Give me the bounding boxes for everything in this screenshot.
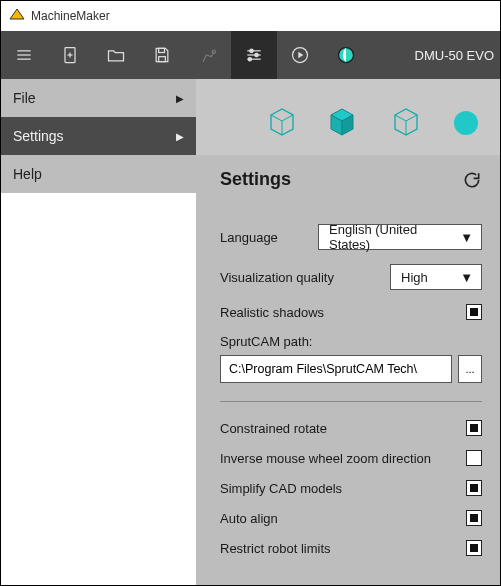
caret-down-icon: ▼ [460, 270, 473, 285]
browse-button[interactable]: ... [458, 355, 482, 383]
robot-button[interactable] [185, 31, 231, 79]
language-label: Language [220, 230, 278, 245]
vis-quality-value: High [401, 270, 428, 285]
language-select[interactable]: English (United States) ▼ [318, 224, 482, 250]
sprutcam-path-label: SprutCAM path: [220, 334, 482, 349]
svg-point-13 [255, 53, 258, 56]
open-folder-button[interactable] [93, 31, 139, 79]
hamburger-menu-button[interactable] [1, 31, 47, 79]
auto-align-label: Auto align [220, 511, 278, 526]
auto-align-checkbox[interactable] [466, 510, 482, 526]
svg-point-26 [454, 111, 478, 135]
realistic-shadows-checkbox[interactable] [466, 304, 482, 320]
menu-item-label: File [13, 90, 36, 106]
main-menu-dropdown: File ▶ Settings ▶ Help [1, 79, 196, 193]
realistic-shadows-label: Realistic shadows [220, 305, 324, 320]
inverse-wheel-checkbox[interactable] [466, 450, 482, 466]
primitive-cube-icon [265, 103, 299, 137]
restrict-robot-checkbox[interactable] [466, 540, 482, 556]
submenu-arrow-icon: ▶ [176, 93, 184, 104]
new-file-button[interactable] [47, 31, 93, 79]
menu-item-label: Help [13, 166, 42, 182]
svg-point-15 [248, 58, 251, 61]
svg-point-11 [250, 49, 253, 52]
vis-quality-label: Visualization quality [220, 270, 334, 285]
language-value: English (United States) [329, 222, 450, 252]
vis-quality-select[interactable]: High ▼ [390, 264, 482, 290]
menu-item-file[interactable]: File ▶ [1, 79, 196, 117]
globe-button[interactable] [323, 31, 369, 79]
refresh-button[interactable] [462, 170, 482, 190]
constrained-rotate-checkbox[interactable] [466, 420, 482, 436]
project-name: DMU-50 EVO [415, 48, 500, 63]
title-bar: MachineMaker [1, 1, 500, 31]
svg-rect-7 [159, 48, 165, 52]
save-button[interactable] [139, 31, 185, 79]
play-button[interactable] [277, 31, 323, 79]
main-toolbar: DMU-50 EVO [1, 31, 500, 79]
inverse-wheel-label: Inverse mouse wheel zoom direction [220, 451, 431, 466]
simplify-cad-label: Simplify CAD models [220, 481, 342, 496]
simplify-cad-checkbox[interactable] [466, 480, 482, 496]
menu-item-label: Settings [13, 128, 64, 144]
svg-marker-17 [298, 52, 303, 59]
svg-point-9 [212, 50, 215, 53]
constrained-rotate-label: Constrained rotate [220, 421, 327, 436]
caret-down-icon: ▼ [460, 230, 473, 245]
svg-rect-8 [159, 57, 166, 62]
primitive-cube-solid-icon [325, 103, 359, 137]
submenu-arrow-icon: ▶ [176, 131, 184, 142]
restrict-robot-label: Restrict robot limits [220, 541, 331, 556]
sprutcam-path-input[interactable] [220, 355, 452, 383]
settings-panel: Settings Language English (United States… [196, 155, 500, 585]
app-title: MachineMaker [31, 9, 110, 23]
primitive-cube-wire-icon [389, 103, 423, 137]
primitive-sphere-icon [449, 103, 483, 137]
menu-item-help[interactable]: Help [1, 155, 196, 193]
settings-sliders-button[interactable] [231, 31, 277, 79]
separator [220, 401, 482, 402]
panel-title: Settings [220, 169, 291, 190]
app-logo-icon [9, 6, 25, 26]
menu-item-settings[interactable]: Settings ▶ [1, 117, 196, 155]
svg-marker-0 [10, 9, 24, 19]
